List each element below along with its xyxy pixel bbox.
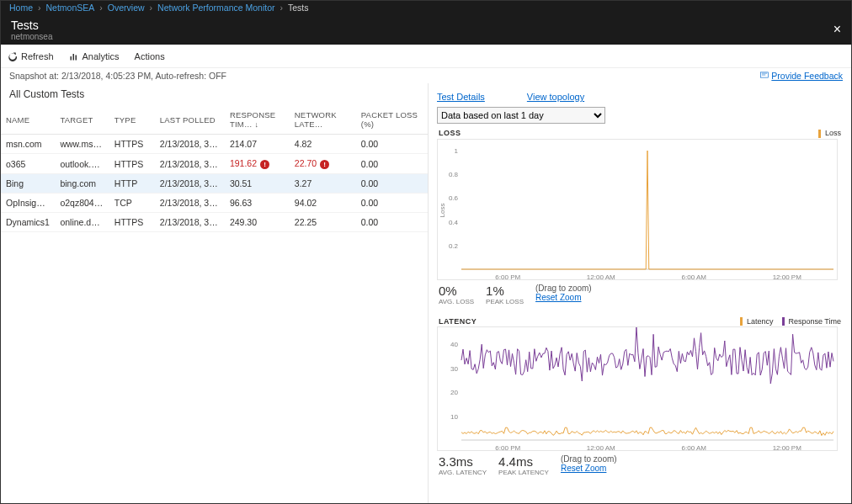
table-cell: 0.00 <box>356 135 428 154</box>
lat-peak-label: PEAK LATENCY <box>498 469 549 476</box>
lat-zoom-hint: (Drag to zoom) <box>561 454 617 464</box>
latency-legend: Latency Response Time <box>733 317 841 326</box>
table-cell: 0.00 <box>356 154 428 174</box>
svg-text:0.8: 0.8 <box>449 171 459 178</box>
latency-chart-head: LATENCY Latency Response Time <box>439 317 841 326</box>
feedback-link[interactable]: Provide Feedback <box>760 71 843 81</box>
table-cell: 2/13/2018, 3:55:00 … <box>155 194 225 213</box>
svg-text:20: 20 <box>450 389 458 396</box>
analytics-label: Analytics <box>83 51 120 61</box>
svg-rect-0 <box>70 56 72 61</box>
resptime-swatch <box>782 317 785 326</box>
table-cell: o365 <box>1 154 55 174</box>
table-cell: 0.00 <box>356 174 428 194</box>
right-panel: Test Details View topology Data based on… <box>429 83 851 503</box>
table-row[interactable]: OpInsights…o2qz804af…TCP2/13/2018, 3:55:… <box>1 194 428 213</box>
table-cell: 96.63 <box>225 194 290 213</box>
loss-stats: 0%AVG. LOSS 1%PEAK LOSS (Drag to zoom)Re… <box>439 284 841 305</box>
table-row[interactable]: o365outlook.off…HTTPS2/13/2018, 3:50:00 … <box>1 154 428 174</box>
svg-text:40: 40 <box>450 341 458 348</box>
svg-text:12:00 PM: 12:00 PM <box>773 273 802 280</box>
lat-avg-label: AVG. LATENCY <box>439 469 487 476</box>
table-cell: 0.00 <box>356 213 428 232</box>
table-row[interactable]: msn.comwww.msn.c…HTTPS2/13/2018, 3:55:00… <box>1 135 428 154</box>
loss-reset-zoom[interactable]: Reset Zoom <box>535 293 592 302</box>
table-row[interactable]: Dynamics1online.dyn…HTTPS2/13/2018, 3:55… <box>1 213 428 232</box>
close-icon[interactable]: × <box>833 22 841 37</box>
refresh-label: Refresh <box>21 51 54 61</box>
lat-peak: 4.4ms <box>498 454 549 469</box>
table-cell: 2/13/2018, 3:55:00 … <box>155 135 225 154</box>
refresh-icon <box>8 51 18 61</box>
loss-chart[interactable]: 0.20.40.60.816:00 PM12:00 AM6:00 AM12:00… <box>437 139 838 280</box>
table-cell: OpInsights… <box>1 194 55 213</box>
breadcrumb-item[interactable]: NetmonSEA <box>46 3 95 13</box>
table-cell: 214.07 <box>225 135 290 154</box>
table-cell: 191.62! <box>225 154 290 174</box>
resptime-legend-label: Response Time <box>788 317 841 326</box>
loss-title: LOSS <box>439 129 461 138</box>
table-row[interactable]: Bingbing.comHTTP2/13/2018, 3:55:00 …30.5… <box>1 174 428 194</box>
table-cell: www.msn.c… <box>55 135 109 154</box>
tests-table: NAMETARGETTYPELAST POLLEDRESPONSE TIM…↓N… <box>1 105 428 232</box>
loss-avg: 0% <box>439 284 474 298</box>
svg-text:30: 30 <box>450 365 458 373</box>
svg-text:0.6: 0.6 <box>449 194 459 202</box>
loss-legend: Loss <box>812 129 841 138</box>
detail-links: Test Details View topology <box>437 92 843 102</box>
svg-text:1: 1 <box>455 147 459 155</box>
svg-text:0.2: 0.2 <box>449 241 459 249</box>
view-topology-link[interactable]: View topology <box>527 92 584 102</box>
refresh-button[interactable]: Refresh <box>8 51 54 61</box>
table-cell: TCP <box>109 194 155 213</box>
latency-title: LATENCY <box>439 317 477 326</box>
column-header[interactable]: RESPONSE TIM…↓ <box>225 105 290 135</box>
column-header[interactable]: LAST POLLED <box>155 105 225 135</box>
breadcrumb-item[interactable]: Overview <box>108 3 145 13</box>
column-header[interactable]: NAME <box>1 105 55 135</box>
table-cell: HTTPS <box>109 135 155 154</box>
loss-zoom-hint: (Drag to zoom) <box>535 284 592 293</box>
column-header[interactable]: TYPE <box>109 105 155 135</box>
actions-label: Actions <box>135 51 165 61</box>
breadcrumb-item[interactable]: Home <box>9 3 33 13</box>
svg-text:6:00 PM: 6:00 PM <box>495 273 520 280</box>
time-range-select[interactable]: Data based on last 1 day <box>437 107 605 124</box>
column-header[interactable]: PACKET LOSS (%) <box>356 105 428 135</box>
actions-button[interactable]: Actions <box>135 51 165 61</box>
column-header[interactable]: TARGET <box>55 105 109 135</box>
svg-text:12:00 AM: 12:00 AM <box>587 444 615 451</box>
test-details-link[interactable]: Test Details <box>437 92 485 102</box>
loss-swatch <box>818 130 821 138</box>
svg-text:6:00 AM: 6:00 AM <box>682 444 707 451</box>
table-cell: online.dyn… <box>55 213 109 232</box>
lat-reset-zoom[interactable]: Reset Zoom <box>561 464 617 473</box>
loss-peak: 1% <box>486 284 524 298</box>
breadcrumb-item[interactable]: Network Performance Monitor <box>157 3 274 13</box>
table-cell: outlook.off… <box>55 154 109 174</box>
lat-avg: 3.3ms <box>439 454 487 469</box>
table-cell: HTTP <box>109 174 155 194</box>
left-panel: All Custom Tests NAMETARGETTYPELAST POLL… <box>1 83 429 503</box>
svg-text:12:00 AM: 12:00 AM <box>587 273 615 280</box>
table-cell: 22.70! <box>290 154 356 174</box>
breadcrumb-item: Tests <box>288 3 309 13</box>
latency-chart[interactable]: 102030406:00 PM12:00 AM6:00 AM12:00 PM <box>437 326 838 451</box>
toolbar: Refresh Analytics Actions <box>1 45 851 68</box>
snapshot-text: Snapshot at: 2/13/2018, 4:05:23 PM, Auto… <box>9 71 226 81</box>
loss-legend-label: Loss <box>825 129 841 137</box>
loss-chart-head: LOSS Loss <box>439 129 841 138</box>
loss-avg-label: AVG. LOSS <box>439 298 474 305</box>
table-cell: 30.51 <box>225 174 290 194</box>
page-title: Tests <box>11 19 52 32</box>
svg-text:0.4: 0.4 <box>449 218 459 225</box>
table-cell: bing.com <box>55 174 109 194</box>
analytics-icon <box>69 51 79 61</box>
svg-text:Loss: Loss <box>439 203 446 217</box>
column-header[interactable]: NETWORK LATE… <box>290 105 356 135</box>
table-cell: o2qz804af… <box>55 194 109 213</box>
panel-title: All Custom Tests <box>1 83 428 105</box>
table-cell: HTTPS <box>109 213 155 232</box>
analytics-button[interactable]: Analytics <box>69 51 120 61</box>
table-cell: Dynamics1 <box>1 213 55 232</box>
